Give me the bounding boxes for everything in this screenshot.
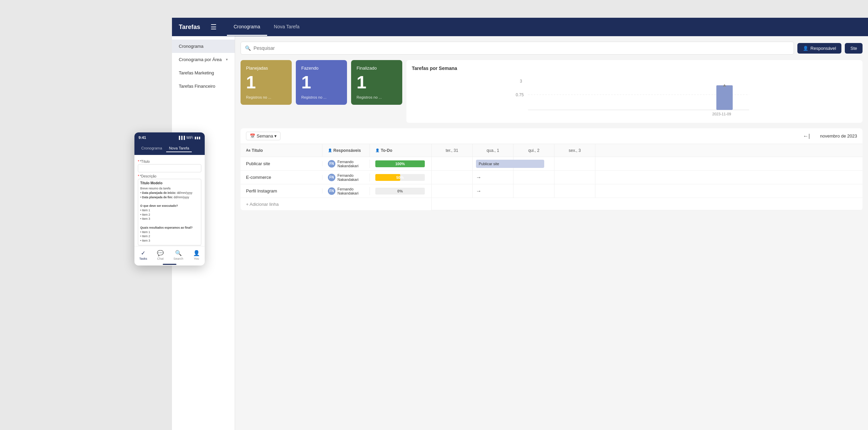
- stat-done-title: Finalizado: [357, 66, 397, 71]
- svg-text:3: 3: [520, 79, 522, 84]
- gantt-cell-2-3: [554, 171, 595, 184]
- desktop-app: Tarefas ☰ Cronograma Nova Tarefa Cronogr…: [172, 18, 868, 430]
- stats-row: Planejadas 1 Registros no ... Fazendo 1 …: [241, 60, 863, 123]
- mobile-home-indicator: [163, 264, 176, 265]
- search-icon: 🔍: [245, 45, 251, 51]
- gantt-body-row-1: Publicar site: [432, 157, 863, 171]
- chart-title: Tarefas por Semana: [412, 66, 857, 71]
- semana-button[interactable]: 📅 Semana ▾: [246, 132, 280, 140]
- stat-planned-sub: Registros no ...: [246, 95, 286, 99]
- stat-done-number: 1: [357, 73, 397, 91]
- descricao-field-label: *Descrição: [138, 174, 201, 178]
- main-content: 🔍 👤 Responsável Ste Planejadas 1 Registr…: [235, 36, 868, 430]
- search-label: Search: [174, 257, 184, 260]
- search-bar[interactable]: 🔍: [241, 42, 794, 55]
- search-icon-mobile: 🔍: [175, 250, 182, 256]
- gantt-container: 📅 Semana ▾ ←| novembro de 2023: [241, 128, 863, 210]
- gantt-body-row-2: →: [432, 171, 863, 184]
- mobile-body: *Título *Descrição Título Modelo Breve r…: [134, 155, 205, 246]
- sidebar-item-tarefas-marketing[interactable]: Tarefas Marketing: [172, 66, 235, 80]
- row-title-3: Perfil Instagram: [241, 188, 322, 194]
- mobile-status-bar: 9:41 ▐▐▐ WiFi ▮▮▮: [134, 132, 205, 143]
- gantt-cell-3-2: [513, 184, 554, 198]
- ste-button[interactable]: Ste: [845, 43, 863, 54]
- stat-doing-number: 1: [301, 73, 342, 91]
- row-resp-1: FN Fernando Nakandakari: [322, 160, 370, 168]
- add-line-button[interactable]: + Adicionar linha: [241, 198, 431, 210]
- svg-rect-4: [717, 85, 733, 110]
- gantt-cell-3-0: [432, 184, 473, 198]
- table-right: ter., 31 qua., 1 qui., 2 sex., 3: [432, 144, 863, 210]
- table-row: Perfil Instagram FN Fernando Nakandakari…: [241, 184, 431, 198]
- wifi-icon: WiFi: [186, 136, 193, 140]
- responsavel-button[interactable]: 👤 Responsável: [797, 43, 841, 54]
- sidebar-item-cronograma[interactable]: Cronograma: [172, 40, 235, 53]
- stat-card-doing: Fazendo 1 Registros no ...: [296, 60, 347, 105]
- stat-planned-number: 1: [246, 73, 286, 91]
- mobile-tab-nova-tarefa[interactable]: Nova Tarefa: [166, 145, 192, 152]
- header-tabs: Cronograma Nova Tarefa: [227, 18, 306, 36]
- progress-bar-2: 50%: [375, 174, 425, 181]
- stat-doing-sub: Registros no ...: [301, 95, 342, 99]
- progress-label-2: 50%: [375, 175, 425, 180]
- gantt-cell-1-0: [432, 157, 473, 170]
- row-resp-2: FN Fernando Nakandakari: [322, 173, 370, 182]
- gantt-cell-2-0: [432, 171, 473, 184]
- chart-area: Tarefas por Semana 3 0.75 2023-11-09: [406, 60, 863, 123]
- mobile-nav-tasks[interactable]: ✓ Tasks: [139, 250, 147, 260]
- nav-left-arrow[interactable]: ←|: [801, 132, 812, 140]
- sidebar-item-tarefas-financeiro[interactable]: Tarefas Financeiro: [172, 80, 235, 93]
- mobile-tabs: Cronograma Nova Tarefa: [139, 145, 201, 152]
- mobile-nav-chat[interactable]: 💬 Chat: [157, 250, 164, 260]
- gantt-day-col-1: qua., 1: [473, 144, 513, 157]
- gantt-day-col-2: qui., 2: [513, 144, 554, 157]
- you-icon: 👤: [193, 250, 200, 256]
- stat-doing-title: Fazendo: [301, 66, 342, 71]
- gantt-add-row: [432, 198, 863, 210]
- table-row: Publicar site FN Fernando Nakandakari 10…: [241, 157, 431, 171]
- table-header: Aa Título 👤 Responsáveis 👤 To-Do: [241, 144, 431, 157]
- row-title-2: E-commerce: [241, 175, 322, 180]
- gantt-nav: ←|: [801, 132, 812, 140]
- tab-nova-tarefa[interactable]: Nova Tarefa: [267, 18, 306, 36]
- table-left: Aa Título 👤 Responsáveis 👤 To-Do: [241, 144, 432, 210]
- titulo-input[interactable]: [138, 164, 201, 172]
- mobile-signal-icons: ▐▐▐ WiFi ▮▮▮: [178, 136, 201, 140]
- gantt-body-row-3: →: [432, 184, 863, 198]
- progress-bar-1: 100%: [375, 160, 425, 167]
- month-label: novembro de 2023: [820, 133, 857, 139]
- app-header: Tarefas ☰ Cronograma Nova Tarefa: [172, 18, 868, 36]
- app-title: Tarefas: [179, 24, 200, 31]
- search-row: 🔍 👤 Responsável Ste: [241, 42, 863, 55]
- gantt-toolbar: 📅 Semana ▾ ←| novembro de 2023: [241, 128, 863, 144]
- avatar-2: FN: [328, 174, 335, 181]
- gantt-day-col-3: sex., 3: [554, 144, 595, 157]
- gantt-day-col-0: ter., 31: [432, 144, 473, 157]
- gantt-bar-1: Publicar site: [476, 160, 544, 168]
- avatar-1: FN: [328, 160, 335, 168]
- chart-svg: 3 0.75 2023-11-09: [412, 75, 857, 116]
- calendar-icon: 📅: [250, 133, 255, 139]
- avatar-3: FN: [328, 187, 335, 195]
- stat-planned-title: Planejadas: [246, 66, 286, 71]
- row-todo-1: 100%: [370, 160, 431, 167]
- hamburger-icon[interactable]: ☰: [211, 23, 217, 31]
- gantt-cell-1-3: [554, 157, 595, 170]
- search-input[interactable]: [254, 45, 790, 51]
- stat-card-done: Finalizado 1 Registros no ...: [351, 60, 402, 105]
- progress-bar-3: 0%: [375, 188, 425, 195]
- mobile-header: Cronograma Nova Tarefa: [134, 143, 205, 155]
- you-label: You: [194, 257, 199, 260]
- mobile-tab-cronograma[interactable]: Cronograma: [139, 145, 165, 152]
- stat-card-planned: Planejadas 1 Registros no ...: [241, 60, 292, 105]
- gantt-arrow-2: →: [476, 174, 481, 181]
- mobile-nav-you[interactable]: 👤 You: [193, 250, 200, 260]
- gantt-cell-2-2: [513, 171, 554, 184]
- tab-cronograma[interactable]: Cronograma: [227, 18, 267, 36]
- description-template-title: Título Modelo: [140, 181, 199, 185]
- sidebar-item-cronograma-area[interactable]: Cronograma por Área ▾: [172, 53, 235, 66]
- titulo-field-label: *Título: [138, 160, 201, 163]
- gantt-cell-3-3: [554, 184, 595, 198]
- mobile-nav-search[interactable]: 🔍 Search: [174, 250, 184, 260]
- gantt-table: Aa Título 👤 Responsáveis 👤 To-Do: [241, 144, 863, 210]
